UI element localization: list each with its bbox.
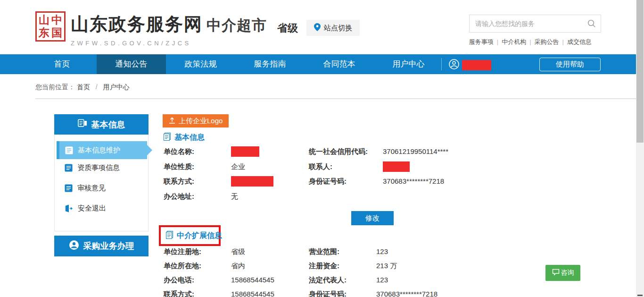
field-value [383, 161, 448, 177]
sidebar-item-label: 基本信息维护 [78, 146, 120, 155]
sidebar-item-label: 资质事项信息 [77, 163, 120, 172]
field-label: 注册资金: [309, 261, 376, 275]
field-label: 身份证号码: [309, 289, 376, 297]
nav-user[interactable] [449, 59, 491, 71]
nav-item-3[interactable]: 服务指南 [235, 54, 305, 74]
seal-char: 东 [38, 26, 50, 39]
sidebar-section-purchase[interactable]: 采购业务办理 [54, 236, 149, 256]
redacted-value [231, 176, 273, 187]
field-label: 单位注册地: [164, 246, 231, 261]
document-icon [65, 184, 73, 192]
field-value: 省内 [231, 261, 309, 275]
quick-link-separator: | [562, 38, 564, 45]
extended-info-fields: 单位注册地:省级营业范围:123单位所在地:省内注册资金:213 万办公电话:1… [164, 246, 438, 297]
seal-char: 中 [50, 14, 63, 26]
quick-link-separator: | [497, 38, 498, 45]
exit-icon [65, 204, 73, 212]
seal-char: 国 [50, 26, 63, 39]
redacted-value [383, 161, 410, 172]
sidebar-item-3[interactable]: 安全退出 [57, 204, 106, 213]
search-box [469, 15, 601, 33]
field-label: 联系方式: [164, 289, 231, 297]
scrollbar-track[interactable] [636, 0, 644, 297]
seal-char: 山 [38, 14, 50, 26]
field-label: 办公电话: [164, 275, 231, 289]
field-label: 营业范围: [309, 246, 376, 261]
id-card-icon [78, 119, 87, 130]
user-icon [449, 59, 459, 71]
search-input[interactable] [470, 20, 586, 27]
page: 山 中 东 国 山东政务服务网中介超市 ZWFW.SD.GOV.CN/ZJCS … [0, 0, 644, 297]
person-icon [69, 240, 79, 253]
document-icon [65, 146, 73, 154]
sidebar-item-2[interactable]: 审核意见 [57, 184, 106, 193]
field-label: 办公地址: [164, 191, 231, 206]
field-label: 身份证号码: [309, 176, 383, 191]
field-value [231, 146, 309, 161]
upload-icon [169, 117, 175, 125]
field-label: 联系人: [309, 161, 383, 177]
field-value: 123 [376, 246, 438, 261]
field-value: 123 [376, 275, 438, 289]
redacted-username [462, 60, 491, 70]
basic-info-section-title: 基本信息 [164, 133, 205, 143]
top-header: 山 中 东 国 山东政务服务网中介超市 ZWFW.SD.GOV.CN/ZJCS … [0, 0, 644, 54]
field-label: 单位性质: [164, 161, 231, 177]
nav-item-4[interactable]: 合同范本 [305, 54, 374, 74]
scrollbar-thumb[interactable] [636, 0, 644, 143]
field-label: 联系方式: [164, 176, 231, 191]
field-value: 15868544545 [231, 289, 309, 297]
field-value: 企业 [231, 161, 309, 177]
nav-item-1[interactable]: 通知公告 [97, 54, 166, 74]
quick-link-0[interactable]: 服务事项 [469, 38, 494, 45]
sidebar-item-0[interactable]: 基本信息维护 [57, 141, 147, 159]
site-switch-button[interactable]: 站点切换 [306, 20, 360, 36]
site-level-label: 省级 [277, 21, 298, 35]
field-value: 370683********7218 [383, 176, 448, 191]
field-value: 370683********7218 [376, 289, 438, 297]
sidebar-item-1[interactable]: 资质事项信息 [57, 163, 120, 172]
upload-logo-button[interactable]: 上传企业Logo [163, 114, 229, 127]
document-icon [166, 231, 173, 241]
location-pin-icon [314, 23, 321, 33]
modify-button[interactable]: 修改 [351, 211, 394, 225]
field-label: 单位所在地: [164, 261, 231, 275]
breadcrumb: 您当前位置： 首页 / 用户中心 [35, 83, 130, 92]
field-value: 无 [231, 191, 309, 206]
breadcrumb-current: 用户中心 [103, 83, 130, 91]
search-icon[interactable] [586, 19, 601, 28]
breadcrumb-home-link[interactable]: 首页 [77, 83, 90, 91]
sidebar-section-basic-info[interactable]: 基本信息 [54, 114, 149, 135]
help-button[interactable]: 使用帮助 [539, 58, 601, 71]
site-logo-text: 山东政务服务网中介超市 ZWFW.SD.GOV.CN/ZJCS [71, 12, 267, 47]
site-url: ZWFW.SD.GOV.CN/ZJCS [71, 40, 267, 47]
consult-button[interactable]: 咨询 [545, 265, 580, 281]
nav-items: 首页通知公告政策法规服务指南合同范本用户中心 [27, 54, 443, 74]
field-value: 省级 [231, 246, 309, 261]
nav-divider [441, 58, 442, 70]
site-title: 山东政务服务网 [71, 14, 203, 34]
field-value: 37061219950114**** [383, 146, 448, 161]
quick-link-1[interactable]: 中介机构 [502, 38, 526, 45]
site-subtitle: 中介超市 [206, 17, 267, 34]
nav-item-5[interactable]: 用户中心 [374, 54, 443, 74]
quick-links: 服务事项|中介机构|采购公告|成交信息 [460, 38, 592, 46]
nav-item-0[interactable]: 首页 [27, 54, 97, 74]
main-nav: 首页通知公告政策法规服务指南合同范本用户中心 使用帮助 [0, 54, 636, 74]
sidebar-menu: 基本信息维护资质事项信息审核意见安全退出 [54, 135, 149, 231]
redacted-value [231, 146, 259, 157]
field-value: 15868544545 [231, 275, 309, 289]
field-label: 法定代表人: [309, 275, 376, 289]
document-icon [65, 164, 73, 172]
chat-bubble-icon [552, 269, 560, 277]
nav-item-2[interactable]: 政策法规 [166, 54, 235, 74]
sidebar-item-label: 审核意见 [77, 184, 106, 193]
quick-link-2[interactable]: 采购公告 [535, 38, 559, 45]
extended-info-section-title: 中介扩展信息 [166, 231, 222, 241]
quick-link-separator: | [529, 38, 531, 45]
field-label: 单位名称: [164, 146, 231, 161]
field-value [231, 176, 309, 191]
basic-info-fields: 单位名称:统一社会信用代码:37061219950114****单位性质:企业联… [164, 146, 448, 206]
quick-link-3[interactable]: 成交信息 [567, 38, 592, 45]
sidebar-item-label: 安全退出 [78, 204, 106, 213]
